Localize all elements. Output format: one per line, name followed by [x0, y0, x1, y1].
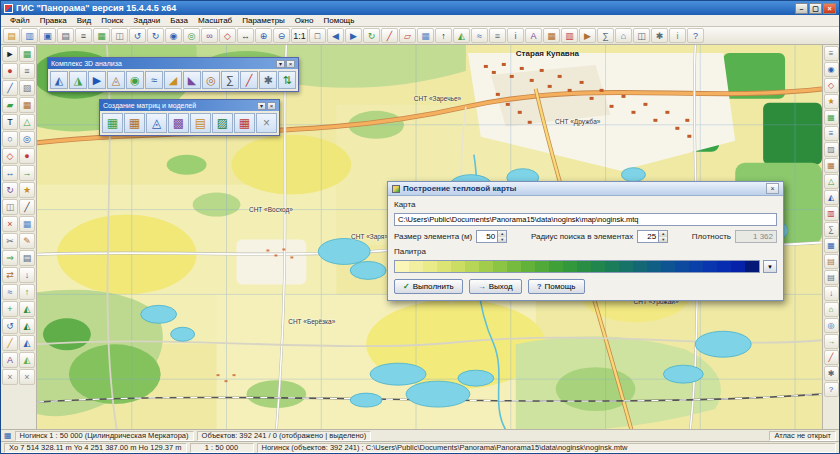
legend-panel-icon[interactable]: ▦ [824, 110, 839, 125]
menu-view[interactable]: Вид [72, 16, 96, 25]
measure-area-icon[interactable]: ▱ [399, 28, 416, 43]
zoom-in-icon[interactable]: ⊕ [255, 28, 272, 43]
route-icon[interactable]: → [19, 165, 35, 181]
menu-edit[interactable]: Правка [35, 16, 72, 25]
snap-icon[interactable]: + [2, 301, 18, 317]
reports-panel-icon[interactable]: ▤ [824, 254, 839, 269]
select-panel-icon[interactable]: ◇ [824, 78, 839, 93]
menu-window[interactable]: Окно [290, 16, 319, 25]
statistics-panel-icon[interactable]: ∑ [824, 222, 839, 237]
geodesy-icon[interactable]: ◎ [19, 131, 35, 147]
menu-help[interactable]: Помощь [318, 16, 359, 25]
menu-scale[interactable]: Масштаб [193, 16, 237, 25]
pan-icon[interactable]: ↔ [237, 28, 254, 43]
create-layers-matrix-icon[interactable]: ▩ [168, 113, 189, 133]
bar-chart-icon[interactable]: ▥ [824, 206, 839, 221]
menu-search[interactable]: Поиск [96, 16, 128, 25]
web-services-icon[interactable]: ◎ [824, 318, 839, 333]
export-panel-icon[interactable]: ↓ [824, 286, 839, 301]
radius-value[interactable]: 25 [638, 231, 658, 242]
profile-3d-icon[interactable]: ≈ [145, 71, 163, 89]
dock-panel-icon[interactable]: ⇅ [278, 71, 296, 89]
menu-options[interactable]: Параметры [237, 16, 290, 25]
smooth-line-icon[interactable]: ≈ [2, 284, 18, 300]
create-quality-matrix-icon[interactable]: ▦ [124, 113, 145, 133]
create-tin-icon[interactable]: ◬ [146, 113, 167, 133]
attributes-icon[interactable]: A [525, 28, 542, 43]
settings-3d-icon[interactable]: ✱ [259, 71, 277, 89]
about-icon[interactable]: i [669, 28, 686, 43]
scale-ruler-icon[interactable]: ╱ [19, 199, 35, 215]
open-site-icon[interactable]: ▥ [21, 28, 38, 43]
prev-view-icon[interactable]: ◀ [327, 28, 344, 43]
matrix-panel-icon[interactable]: ▦ [824, 158, 839, 173]
load-matrix-icon[interactable]: ▤ [190, 113, 211, 133]
undo-icon[interactable]: ↺ [129, 28, 146, 43]
help-button[interactable]: ? Помощь [528, 279, 585, 294]
search-panel-icon[interactable]: ◉ [824, 62, 839, 77]
database-icon[interactable]: ▦ [543, 28, 560, 43]
model-3d-blue-icon[interactable]: ◭ [19, 335, 35, 351]
create-polygon-icon[interactable]: ▰ [2, 97, 18, 113]
atlas-icon[interactable]: ⌂ [615, 28, 632, 43]
open-map-icon[interactable]: ▤ [3, 28, 20, 43]
create-text-icon[interactable]: T [2, 114, 18, 130]
attributes-edit-icon[interactable]: A [2, 352, 18, 368]
matrix-by-grid-icon[interactable]: ▨ [212, 113, 233, 133]
fit-extent-icon[interactable]: □ [309, 28, 326, 43]
panel-matrix-menu-button[interactable]: ▾ [257, 102, 266, 110]
delete-object-icon[interactable]: × [2, 216, 18, 232]
search-icon[interactable]: ◉ [165, 28, 182, 43]
atlas-panel-icon[interactable]: ⌂ [824, 302, 839, 317]
panel-3d-icon[interactable]: ◭ [824, 190, 839, 205]
status-scale[interactable]: 1 : 50 000 [190, 443, 254, 453]
redo-icon[interactable]: ↻ [147, 28, 164, 43]
print-panel-icon[interactable]: ▤ [824, 270, 839, 285]
save-icon[interactable]: ▣ [39, 28, 56, 43]
close-editor-icon[interactable]: × [2, 369, 18, 385]
element-size-stepper[interactable]: 50 ▲ ▼ [476, 230, 507, 243]
print-region-icon[interactable]: ▤ [19, 250, 35, 266]
menu-tasks[interactable]: Задачи [128, 16, 165, 25]
merge-objects-icon[interactable]: ⇒ [2, 250, 18, 266]
minimize-button[interactable]: – [795, 3, 808, 14]
tin-icon[interactable]: △ [19, 114, 35, 130]
move-object-icon[interactable]: ↔ [2, 165, 18, 181]
open-3d-model-icon[interactable]: ◭ [50, 71, 68, 89]
create-heights-matrix-icon[interactable]: ▦ [102, 113, 123, 133]
execute-button[interactable]: ✓ Выполнить [394, 279, 463, 294]
model-3d-dark-icon[interactable]: ◭ [19, 318, 35, 334]
refresh-icon[interactable]: ↻ [363, 28, 380, 43]
panel-matrix-title-bar[interactable]: Создание матриц и моделей ▾ × [100, 100, 279, 111]
layers-icon[interactable]: ≡ [489, 28, 506, 43]
panel-3d-menu-button[interactable]: ▾ [276, 60, 285, 68]
model-3d-light-icon[interactable]: ◭ [19, 352, 35, 368]
panel-3d-close-button[interactable]: × [286, 60, 295, 68]
help-icon[interactable]: ? [687, 28, 704, 43]
export-icon[interactable]: ↓ [19, 267, 35, 283]
heat-map-icon[interactable]: ▦ [234, 113, 255, 133]
grid-icon[interactable]: ▦ [417, 28, 434, 43]
close-button[interactable]: × [823, 3, 836, 14]
map-contents-icon[interactable]: ≡ [75, 28, 92, 43]
slope-map-icon[interactable]: ◢ [164, 71, 182, 89]
split-object-icon[interactable]: ⇄ [2, 267, 18, 283]
palette-strip[interactable] [394, 260, 760, 273]
create-circle-icon[interactable]: ○ [2, 131, 18, 147]
object-info-icon[interactable]: i [507, 28, 524, 43]
routes-panel-icon[interactable]: → [824, 334, 839, 349]
raster-panel-icon[interactable]: ▨ [824, 142, 839, 157]
help-panel-icon[interactable]: ? [824, 382, 839, 397]
copy-icon[interactable]: ◫ [111, 28, 128, 43]
create-line-icon[interactable]: ╱ [2, 80, 18, 96]
map-path-input[interactable]: C:\Users\Public\Documents\Panorama15\dat… [394, 213, 777, 226]
rotate-object-icon[interactable]: ↻ [2, 182, 18, 198]
edit-vertex-icon[interactable]: ◇ [2, 148, 18, 164]
palette-dropdown-button[interactable]: ▼ [763, 260, 777, 273]
copy-object-icon[interactable]: ◫ [2, 199, 18, 215]
print-icon[interactable]: ▤ [57, 28, 74, 43]
panel-matrix-close-button[interactable]: × [267, 102, 276, 110]
measure-length-icon[interactable]: ╱ [381, 28, 398, 43]
maximize-button[interactable]: ▢ [809, 3, 822, 14]
radius-down-button[interactable]: ▼ [659, 237, 667, 243]
